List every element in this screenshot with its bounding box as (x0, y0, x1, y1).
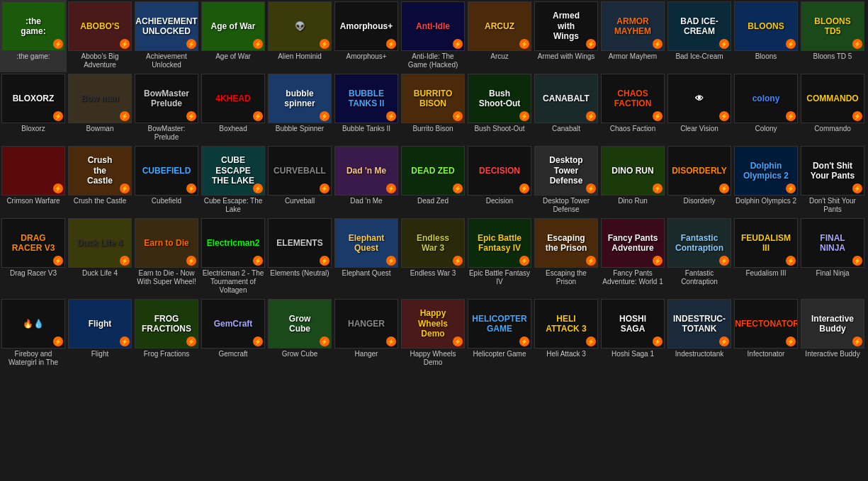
game-thumb-text-bad-ice-cream: BAD ICE-CREAM (668, 15, 731, 38)
game-cell-happy-wheels-demo[interactable]: HappyWheelsDemo⚡Happy Wheels Demo (400, 298, 466, 370)
game-label-commando: Commando (801, 123, 864, 140)
game-label-dead-zed: Dead Zed (401, 196, 465, 213)
game-cell-hanger[interactable]: HANGER⚡Hanger (333, 298, 400, 370)
game-cell-crimson-warfare[interactable]: ⚡Crimson Warfare (0, 145, 67, 217)
game-cell-dino-run[interactable]: DINO RUN⚡Dino Run (599, 145, 666, 217)
game-cell-helicopter-game[interactable]: HELICOPTERGAME⚡Helicopter Game (466, 298, 533, 370)
game-cell-hoshi-saga-1[interactable]: HOSHISAGA⚡Hoshi Saga 1 (599, 298, 666, 370)
game-cell-alien-hominid[interactable]: 👽⚡Alien Hominid (266, 0, 333, 72)
game-cell-elephant-quest[interactable]: ElephantQuest⚡Elephant Quest (333, 217, 400, 298)
game-thumb-text-infectonator: INFECTONATOR (735, 317, 797, 330)
game-cell-dad-n-me[interactable]: Dad 'n Me⚡Dad 'n Me (333, 145, 400, 217)
game-cell-fancy-pants-adventure[interactable]: Fancy PantsAdventure⚡Fancy Pants Adventu… (599, 217, 666, 298)
flash-badge-commando: ⚡ (852, 111, 862, 121)
game-cell-flight[interactable]: Flight⚡Flight (67, 298, 133, 370)
game-cell-commando[interactable]: COMMANDO⚡Commando (799, 72, 866, 145)
game-thumb-disorderly: DISORDERLY⚡ (667, 146, 731, 196)
game-cell-burrito-bison[interactable]: BURRITOBISON⚡Burrito Bison (400, 72, 466, 145)
game-cell-boxhead[interactable]: 4KHEAD⚡Boxhead (200, 72, 266, 145)
game-cell-endless-war-3[interactable]: EndlessWar 3⚡Endless War 3 (400, 217, 466, 298)
game-cell-dolphin-olympics-2[interactable]: DolphinOlympics 2⚡Dolphin Olympics 2 (733, 145, 799, 217)
game-cell-disorderly[interactable]: DISORDERLY⚡Disorderly (666, 145, 733, 217)
game-cell-fireboy-and-watergirl[interactable]: 🔥💧⚡Fireboy and Watergirl in The (0, 298, 67, 370)
game-cell-desktop-tower-defense[interactable]: DesktopTowerDefense⚡Desktop Tower Defens… (533, 145, 599, 217)
game-label-dino-run: Dino Run (601, 196, 665, 213)
flash-badge-desktop-tower-defense: ⚡ (586, 183, 596, 193)
game-cell-arcuz[interactable]: ARCUZ⚡Arcuz (466, 0, 533, 72)
game-thumb-clear-vision: 👁⚡ (667, 74, 731, 123)
game-cell-frog-fractions[interactable]: FROGFRACTIONS⚡Frog Fractions (133, 298, 200, 370)
game-cell-amorphous-plus[interactable]: Amorphous+⚡Amorphous+ (333, 0, 400, 72)
game-thumb-text-the-game: :thegame: (19, 15, 47, 38)
flash-badge-bubble-spinner: ⚡ (320, 111, 329, 121)
game-label-duck-life-4: Duck Life 4 (68, 268, 132, 285)
game-thumb-bush-shoot-out: BushShoot-Out⚡ (468, 74, 531, 123)
game-cell-bowman[interactable]: Bow man⚡Bowman (67, 72, 133, 145)
game-cell-clear-vision[interactable]: 👁⚡Clear Vision (666, 72, 733, 145)
game-cell-duck-life-4[interactable]: Duck Life 4⚡Duck Life 4 (67, 217, 133, 298)
game-cell-dont-shit-your-pants[interactable]: Don't ShitYour Pants⚡Don't Shit Your Pan… (799, 145, 866, 217)
game-cell-elements-neutral[interactable]: ELEMENTS⚡Elements (Neutral) (266, 217, 333, 298)
game-thumb-text-heli-attack-3: HELIATTACK 3 (544, 312, 588, 336)
game-cell-armor-mayhem[interactable]: ARMORMAYHEM⚡Armor Mayhem (599, 0, 666, 72)
game-cell-colony[interactable]: colony⚡Colony (733, 72, 799, 145)
game-cell-epic-battle-fantasy-4[interactable]: Epic BattleFantasy IV⚡Epic Battle Fantas… (466, 217, 533, 298)
game-cell-dead-zed[interactable]: DEAD ZED⚡Dead Zed (400, 145, 466, 217)
game-cell-bloons-td5[interactable]: BLOONSTD5⚡Bloons TD 5 (799, 0, 866, 72)
game-cell-cube-escape-lake[interactable]: CUBE ESCAPETHE LAKE⚡Cube Escape: The Lak… (200, 145, 266, 217)
game-thumb-text-amorphous-plus: Amorphous+ (339, 20, 394, 33)
flash-badge-duck-life-4: ⚡ (120, 256, 130, 266)
game-thumb-text-arcuz: ARCUZ (483, 20, 516, 33)
game-cell-indestructotank[interactable]: INDESTRUC-TOTANK⚡Indestructotank (666, 298, 733, 370)
game-cell-infectonator[interactable]: INFECTONATOR⚡Infectonator (733, 298, 799, 370)
flash-badge-chaos-faction: ⚡ (653, 111, 663, 121)
game-cell-bowmaster-prelude[interactable]: BowMasterPrelude⚡BowMaster: Prelude (133, 72, 200, 145)
game-thumb-text-bubble-spinner: bubblespinner (283, 87, 316, 111)
game-thumb-text-canabalt: CANABALT (541, 92, 591, 105)
game-thumb-text-bloons-td5: BLOONSTD5 (813, 15, 852, 38)
flash-badge-flight: ⚡ (120, 336, 130, 346)
game-cell-final-ninja[interactable]: FINALNINJA⚡Final Ninja (799, 217, 866, 298)
game-cell-feudalism-3[interactable]: FEUDALISMIII⚡Feudalism III (733, 217, 799, 298)
game-cell-earn-to-die[interactable]: Earn to Die⚡Earn to Die - Now With Super… (133, 217, 200, 298)
game-thumb-text-cube-escape-lake: CUBE ESCAPETHE LAKE (202, 154, 264, 187)
game-cell-bloons[interactable]: BLOONS⚡Bloons (733, 0, 799, 72)
game-cell-drag-racer-v3[interactable]: DRAGRACER V3⚡Drag Racer V3 (0, 217, 67, 298)
flash-badge-epic-battle-fantasy-4: ⚡ (519, 256, 529, 266)
game-cell-canabalt[interactable]: CANABALT⚡Canabalt (533, 72, 599, 145)
game-cell-cubefield[interactable]: CUBEFIELD⚡Cubefield (133, 145, 200, 217)
game-cell-gemcraft[interactable]: GemCraft⚡Gemcraft (200, 298, 266, 370)
game-thumb-desktop-tower-defense: DesktopTowerDefense⚡ (534, 146, 598, 196)
game-cell-the-game[interactable]: :thegame:⚡:the game: (0, 0, 67, 72)
game-label-hoshi-saga-1: Hoshi Saga 1 (601, 349, 665, 366)
game-cell-abobos-big-adventure[interactable]: ABOBO'S⚡Abobo's Big Adventure (67, 0, 133, 72)
game-thumb-elements-neutral: ELEMENTS⚡ (268, 218, 332, 268)
game-cell-armed-with-wings[interactable]: ArmedwithWings⚡Armed with Wings (533, 0, 599, 72)
game-cell-age-of-war[interactable]: Age of War⚡Age of War (200, 0, 266, 72)
game-cell-bush-shoot-out[interactable]: BushShoot-Out⚡Bush Shoot-Out (466, 72, 533, 145)
game-cell-fantastic-contraption[interactable]: FantasticContraption⚡Fantastic Contrapti… (666, 217, 733, 298)
game-cell-anti-idle[interactable]: Anti-Idle⚡Anti-Idle: The Game (Hacked) (400, 0, 466, 72)
game-cell-grow-cube[interactable]: GrowCube⚡Grow Cube (266, 298, 333, 370)
flash-badge-bowman: ⚡ (120, 111, 130, 121)
game-cell-electricman-2[interactable]: Electricman2⚡Electricman 2 - The Tournam… (200, 217, 266, 298)
game-cell-crush-the-castle[interactable]: CrushtheCastle⚡Crush the Castle (67, 145, 133, 217)
game-thumb-text-armed-with-wings: ArmedwithWings (551, 9, 581, 43)
game-thumb-text-dont-shit-your-pants: Don't ShitYour Pants (809, 159, 856, 183)
game-cell-bubble-tanks-2[interactable]: BUBBLETANKS II⚡Bubble Tanks II (333, 72, 400, 145)
game-cell-bad-ice-cream[interactable]: BAD ICE-CREAM⚡Bad Ice-Cream (666, 0, 733, 72)
game-cell-escaping-the-prison[interactable]: Escapingthe Prison⚡Escaping the Prison (533, 217, 599, 298)
game-cell-achievement-unlocked[interactable]: ACHIEVEMENTUNLOCKED⚡Achievement Unlocked (133, 0, 200, 72)
game-thumb-elephant-quest: ElephantQuest⚡ (334, 218, 398, 268)
game-cell-chaos-faction[interactable]: CHAOSFACTION⚡Chaos Faction (599, 72, 666, 145)
game-cell-bloxorz[interactable]: BLOXORZ⚡Bloxorz (0, 72, 67, 145)
game-cell-bubble-spinner[interactable]: bubblespinner⚡Bubble Spinner (266, 72, 333, 145)
game-label-grow-cube: Grow Cube (268, 349, 332, 366)
game-thumb-text-alien-hominid: 👽 (293, 20, 307, 33)
game-cell-heli-attack-3[interactable]: HELIATTACK 3⚡Heli Attack 3 (533, 298, 599, 370)
game-cell-interactive-buddy[interactable]: InteractiveBuddy⚡Interactive Buddy (799, 298, 866, 370)
game-cell-curveball[interactable]: CURVEBALL⚡Curveball (266, 145, 333, 217)
flash-badge-earn-to-die: ⚡ (186, 256, 196, 266)
game-thumb-text-dino-run: DINO RUN (610, 164, 655, 177)
game-cell-decision[interactable]: DECISION⚡Decision (466, 145, 533, 217)
